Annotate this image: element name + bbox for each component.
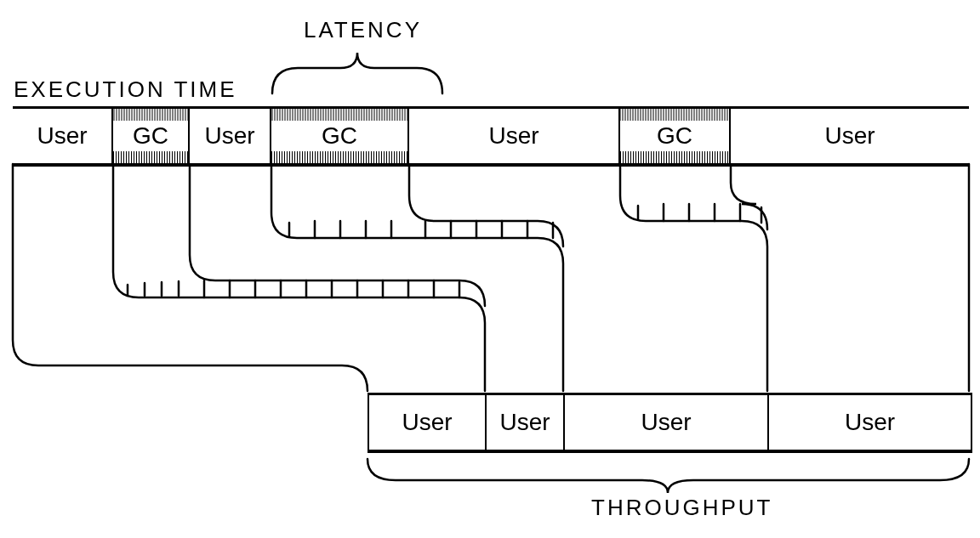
latency-label: LATENCY	[304, 17, 422, 43]
throughput-segment: User	[769, 395, 971, 450]
flow-connector	[409, 164, 563, 246]
execution-time-label: EXECUTION TIME	[14, 76, 237, 103]
timeline-segment-gc: GC	[271, 109, 409, 163]
flow-connector	[620, 164, 767, 391]
throughput-label: THROUGHPUT	[591, 495, 772, 521]
throughput-segment: User	[487, 395, 565, 450]
throughput-segment: User	[565, 395, 769, 450]
timeline-segment-user: User	[409, 109, 620, 163]
latency-brace-icon	[272, 53, 442, 93]
timeline-segment-gc: GC	[113, 109, 190, 163]
flow-connector	[13, 164, 368, 391]
execution-timeline: User GC User GC User GC User	[13, 106, 969, 167]
flow-connector	[271, 164, 563, 391]
throughput-bar: User User User User	[368, 393, 972, 453]
flow-connector	[113, 164, 485, 391]
flow-connector	[190, 164, 485, 306]
throughput-brace-icon	[368, 459, 969, 493]
timeline-segment-gc: GC	[620, 109, 731, 163]
flow-hatching	[128, 280, 459, 297]
timeline-segment-user: User	[731, 109, 969, 163]
timeline-segment-user: User	[190, 109, 271, 163]
flow-hatching	[638, 204, 761, 223]
throughput-segment: User	[369, 395, 487, 450]
flow-connector	[731, 164, 767, 229]
timeline-segment-user: User	[13, 109, 113, 163]
flow-hatching	[289, 221, 553, 238]
